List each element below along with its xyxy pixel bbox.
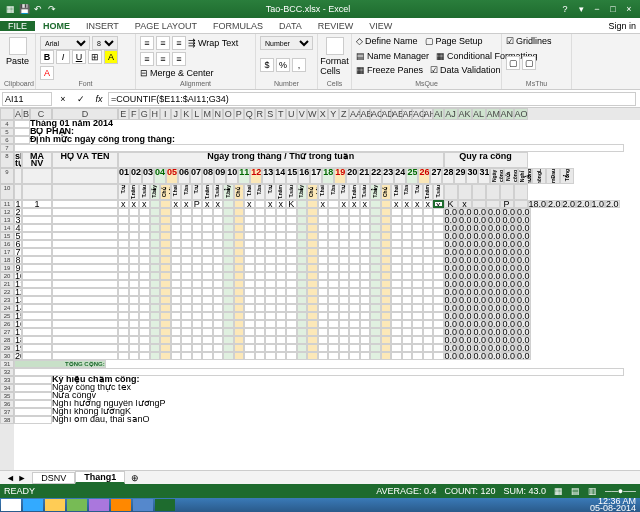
row-header[interactable]: 19: [0, 264, 14, 272]
col-header[interactable]: T: [276, 108, 287, 120]
formula-input[interactable]: [108, 92, 636, 106]
save-icon[interactable]: 💾: [18, 4, 30, 14]
zoom-slider[interactable]: ──●──: [605, 486, 636, 496]
col-header[interactable]: AD: [381, 108, 392, 120]
explorer-icon[interactable]: [45, 499, 65, 511]
col-header[interactable]: X: [318, 108, 329, 120]
close-button[interactable]: ×: [622, 4, 636, 14]
col-header[interactable]: G: [139, 108, 150, 120]
col-header[interactable]: AO: [514, 108, 528, 120]
worksheet-area[interactable]: ABCDEFGHIJKLMNOPQRSTUVWXYZAAABACADAEAFAG…: [0, 108, 640, 474]
app-icon-4[interactable]: [133, 499, 153, 511]
name-manager-button[interactable]: ▤ Name Manager ▦ Conditional Formatting: [356, 51, 497, 61]
sheet-tab-thang1[interactable]: Thang1: [75, 471, 125, 484]
row-header[interactable]: 34: [0, 384, 14, 392]
define-name-button[interactable]: ◇ Define Name ▢ Page Setup: [356, 36, 497, 46]
cancel-icon[interactable]: ×: [54, 94, 72, 104]
sheet-nav[interactable]: ◄ ►: [0, 473, 32, 483]
row-header[interactable]: 25: [0, 312, 14, 320]
row-header[interactable]: 15: [0, 232, 14, 240]
col-header[interactable]: Z: [339, 108, 350, 120]
gridlines-check[interactable]: ☑ Gridlines: [506, 36, 567, 46]
col-header[interactable]: I: [160, 108, 171, 120]
fill-color-button[interactable]: A: [104, 50, 118, 64]
cells-area[interactable]: Tháng 01 năm 2014BỘ PHẬN:Định mức ngày c…: [14, 120, 640, 474]
ie-icon[interactable]: [23, 499, 43, 511]
col-header[interactable]: AG: [412, 108, 423, 120]
col-header[interactable]: V: [297, 108, 308, 120]
row-header[interactable]: 13: [0, 216, 14, 224]
undo-icon[interactable]: ↶: [32, 4, 44, 14]
col-header[interactable]: AL: [472, 108, 486, 120]
col-header[interactable]: AF: [402, 108, 413, 120]
row-header[interactable]: 16: [0, 240, 14, 248]
row-header[interactable]: 22: [0, 288, 14, 296]
col-header[interactable]: AJ: [444, 108, 458, 120]
row-header[interactable]: 14: [0, 224, 14, 232]
start-button[interactable]: [1, 499, 21, 511]
tab-home[interactable]: HOME: [35, 21, 78, 31]
row-header[interactable]: 6: [0, 136, 14, 144]
signin-link[interactable]: Sign in: [608, 21, 640, 31]
tab-insert[interactable]: INSERT: [78, 21, 127, 31]
col-header[interactable]: D: [52, 108, 118, 120]
font-color-button[interactable]: A: [40, 66, 54, 80]
currency-button[interactable]: $: [260, 58, 274, 72]
row-header[interactable]: 4: [0, 120, 14, 128]
align-top-button[interactable]: ≡: [140, 36, 154, 50]
tab-view[interactable]: VIEW: [361, 21, 400, 31]
col-header[interactable]: U: [286, 108, 297, 120]
row-header[interactable]: 23: [0, 296, 14, 304]
col-header[interactable]: AA: [349, 108, 360, 120]
col-header[interactable]: W: [307, 108, 318, 120]
col-header[interactable]: Q: [244, 108, 255, 120]
col-header[interactable]: N: [213, 108, 224, 120]
col-header[interactable]: L: [192, 108, 203, 120]
underline-button[interactable]: U: [72, 50, 86, 64]
wrap-text-button[interactable]: ⇶ Wrap Text: [188, 38, 238, 48]
col-header[interactable]: AC: [370, 108, 381, 120]
tab-data[interactable]: DATA: [271, 21, 310, 31]
row-header[interactable]: 32: [0, 368, 14, 376]
row-header[interactable]: 38: [0, 416, 14, 424]
col-header[interactable]: AI: [433, 108, 444, 120]
system-clock[interactable]: 12:36 AM 05-08-2014: [590, 498, 640, 512]
font-name-select[interactable]: Arial: [40, 36, 90, 50]
row-header[interactable]: 33: [0, 376, 14, 384]
align-mid-button[interactable]: ≡: [156, 36, 170, 50]
col-header[interactable]: C: [30, 108, 52, 120]
ribbon-options-icon[interactable]: ▾: [574, 4, 588, 14]
select-all-corner[interactable]: [0, 108, 14, 120]
format-cells-button[interactable]: Format Cells: [322, 36, 347, 77]
row-header[interactable]: 18: [0, 256, 14, 264]
col-header[interactable]: S: [265, 108, 276, 120]
tab-pagelayout[interactable]: PAGE LAYOUT: [127, 21, 205, 31]
name-box[interactable]: [2, 92, 52, 106]
align-right-button[interactable]: ≡: [172, 52, 186, 66]
row-header[interactable]: 29: [0, 344, 14, 352]
col-header[interactable]: J: [171, 108, 182, 120]
app-icon-3[interactable]: [111, 499, 131, 511]
paste-button[interactable]: Paste: [4, 36, 31, 67]
row-header[interactable]: 28: [0, 336, 14, 344]
col-header[interactable]: Y: [328, 108, 339, 120]
row-header[interactable]: 26: [0, 320, 14, 328]
font-size-select[interactable]: 8: [92, 36, 118, 50]
tool1[interactable]: ▢: [506, 56, 520, 70]
view-layout-icon[interactable]: ▤: [571, 486, 580, 496]
col-header[interactable]: R: [255, 108, 266, 120]
row-header[interactable]: 21: [0, 280, 14, 288]
italic-button[interactable]: I: [56, 50, 70, 64]
fx-icon[interactable]: fx: [90, 94, 108, 104]
row-header[interactable]: 5: [0, 128, 14, 136]
col-header[interactable]: AK: [458, 108, 472, 120]
excel-taskbar-icon[interactable]: [155, 499, 175, 511]
row-header[interactable]: 37: [0, 408, 14, 416]
percent-button[interactable]: %: [276, 58, 290, 72]
col-header[interactable]: O: [223, 108, 234, 120]
merge-center-button[interactable]: ⊟ Merge & Center: [140, 68, 214, 78]
col-header[interactable]: AB: [360, 108, 371, 120]
col-header[interactable]: AH: [423, 108, 434, 120]
tool2[interactable]: ▢: [522, 56, 536, 70]
row-header[interactable]: 11: [0, 200, 14, 208]
